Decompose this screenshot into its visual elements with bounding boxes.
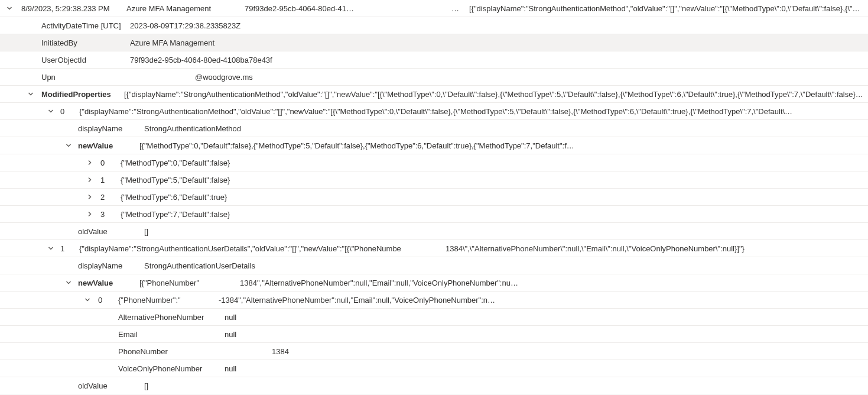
chevron-down-icon[interactable] (5, 4, 14, 13)
object-id: 79f93de2-95cb-4064-80ed-41… (245, 4, 451, 13)
prop0-displayname-row: displayName StrongAuthenticationMethod (0, 120, 868, 137)
chevron-down-icon[interactable] (64, 141, 73, 150)
index-label: 0 (92, 296, 118, 305)
field-label: Upn (41, 73, 130, 82)
prop1-item0-altphone: AlternativePhoneNumber null (0, 309, 868, 326)
field-value: Azure MFA Management (130, 38, 219, 47)
field-label: PhoneNumber (118, 347, 225, 356)
field-label: oldValue (78, 381, 144, 390)
summary-left: {"displayName":"StrongAuthenticationUser… (79, 244, 446, 253)
field-value: null (225, 330, 241, 339)
field-value: StrongAuthenticationUserDetails (144, 261, 260, 270)
field-value: 79f93de2-95cb-4064-80ed-4108ba78e43f (130, 56, 277, 64)
property-1-row[interactable]: 1 {"displayName":"StrongAuthenticationUs… (0, 240, 868, 257)
field-label: AlternativePhoneNumber (118, 313, 225, 322)
detail-row-upn: Upn @woodgrove.ms (0, 69, 868, 86)
chevron-down-icon[interactable] (26, 89, 35, 99)
item-value: {"MethodType":6,"Default":true} (121, 193, 232, 202)
detail-row-userobjectid: UserObjectId 79f93de2-95cb-4064-80ed-410… (0, 51, 868, 69)
summary-left: [{"PhoneNumber" (139, 279, 240, 287)
index-label: 1 (56, 244, 79, 253)
chevron-down-icon[interactable] (46, 244, 56, 253)
field-label: oldValue (78, 227, 144, 236)
summary-right: 1384\",\"AlternativePhoneNumber\":null,\… (446, 244, 868, 253)
item-value: {"MethodType":0,"Default":false} (121, 158, 235, 167)
chevron-down-icon[interactable] (64, 278, 73, 287)
field-label: displayName (78, 261, 144, 270)
field-value: null (225, 364, 241, 373)
prop1-item0-email: Email null (0, 326, 868, 343)
log-summary-row[interactable]: 8/9/2023, 5:29:38.233 PM Azure MFA Manag… (0, 0, 868, 17)
item-value: {"MethodType":5,"Default":false} (121, 176, 235, 184)
item-value: {"MethodType":7,"Default":false} (121, 210, 235, 219)
index-label: 1 (95, 176, 121, 184)
field-value: null (225, 313, 241, 322)
prop1-item0-voiceonly: VoiceOnlyPhoneNumber null (0, 360, 868, 377)
modified-properties-row[interactable]: ModifiedProperties [{"displayName":"Stro… (0, 86, 868, 103)
prop1-newvalue-item-0[interactable]: 0 {"PhoneNumber":" -1384","AlternativePh… (0, 292, 868, 309)
field-value: 1384 (225, 347, 294, 356)
field-label: newValue (73, 279, 139, 287)
field-label: newValue (73, 141, 139, 150)
chevron-down-icon[interactable] (46, 106, 56, 116)
field-value: 2023-08-09T17:29:38.2335823Z (130, 21, 245, 30)
summary: [{"MethodType":0,"Default":false},{"Meth… (139, 141, 868, 150)
summary-left: {"PhoneNumber":" (118, 296, 219, 305)
prop1-newvalue-row[interactable]: newValue [{"PhoneNumber" 1384","Alternat… (0, 274, 868, 292)
chevron-right-icon[interactable] (85, 158, 95, 167)
field-label: ModifiedProperties (35, 90, 124, 99)
prop1-displayname-row: displayName StrongAuthenticationUserDeta… (0, 257, 868, 274)
field-value: [] (144, 381, 153, 390)
detail-row-initiatedby: InitiatedBy Azure MFA Management (0, 34, 868, 51)
chevron-right-icon[interactable] (85, 192, 95, 202)
index-label: 0 (95, 158, 121, 167)
index-label: 3 (95, 210, 121, 219)
summary-right: 1384","AlternativePhoneNumber":null,"Ema… (240, 279, 868, 287)
field-label: ActivityDateTime [UTC] (41, 21, 130, 30)
ellipsis: … (451, 4, 469, 13)
summary-right: -1384","AlternativePhoneNumber":null,"Em… (219, 296, 868, 305)
prop0-newvalue-item-1[interactable]: 1 {"MethodType":5,"Default":false} (0, 171, 868, 189)
chevron-down-icon[interactable] (83, 295, 92, 305)
field-label: UserObjectId (41, 56, 130, 64)
field-label: VoiceOnlyPhoneNumber (118, 364, 225, 373)
detail-row-activitydatetime: ActivityDateTime [UTC] 2023-08-09T17:29:… (0, 17, 868, 34)
prop0-newvalue-item-0[interactable]: 0 {"MethodType":0,"Default":false} (0, 154, 868, 171)
field-value: StrongAuthenticationMethod (144, 124, 246, 133)
prop0-newvalue-row[interactable]: newValue [{"MethodType":0,"Default":fals… (0, 137, 868, 154)
field-label: displayName (78, 124, 144, 133)
field-label: InitiatedBy (41, 38, 130, 47)
json-preview: [{"displayName":"StrongAuthenticationMet… (469, 4, 868, 13)
prop0-newvalue-item-2[interactable]: 2 {"MethodType":6,"Default":true} (0, 189, 868, 206)
service-name: Azure MFA Management (126, 4, 245, 13)
prop1-oldvalue-row: oldValue [] (0, 377, 868, 394)
index-label: 2 (95, 193, 121, 202)
field-value: [{"displayName":"StrongAuthenticationMet… (124, 90, 868, 99)
summary: {"displayName":"StrongAuthenticationMeth… (79, 107, 868, 116)
prop0-newvalue-item-3[interactable]: 3 {"MethodType":7,"Default":false} (0, 206, 868, 223)
chevron-right-icon[interactable] (85, 209, 95, 219)
prop1-item0-phone: PhoneNumber 1384 (0, 343, 868, 360)
field-value: [] (144, 227, 153, 236)
timestamp: 8/9/2023, 5:29:38.233 PM (14, 4, 126, 13)
prop0-oldvalue-row: oldValue [] (0, 223, 868, 240)
chevron-right-icon[interactable] (85, 175, 95, 184)
index-label: 0 (56, 107, 79, 116)
field-value: @woodgrove.ms (130, 73, 258, 82)
property-0-row[interactable]: 0 {"displayName":"StrongAuthenticationMe… (0, 103, 868, 120)
field-label: Email (118, 330, 225, 339)
